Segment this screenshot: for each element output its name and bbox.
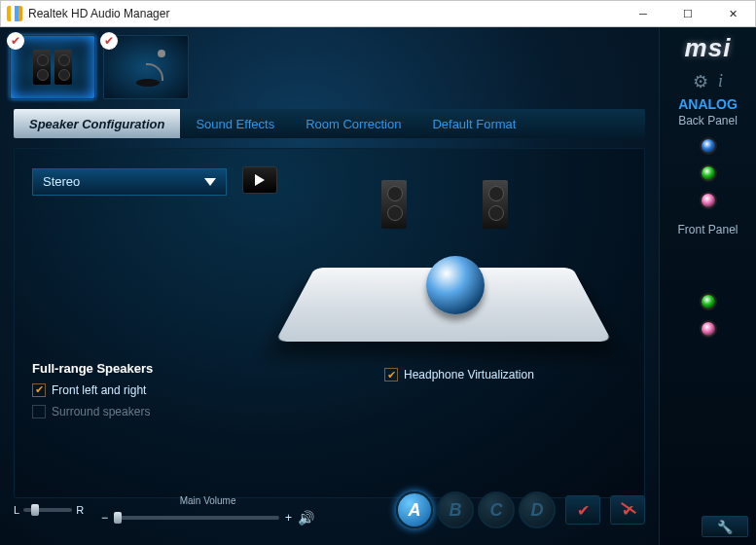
- jack-back-green[interactable]: [700, 164, 717, 182]
- listener-orb-icon: [426, 256, 485, 314]
- app-icon: [7, 6, 22, 21]
- back-panel-label: Back Panel: [660, 114, 756, 127]
- device-microphone[interactable]: ✔: [103, 35, 189, 99]
- preset-d[interactable]: D: [519, 491, 556, 528]
- device-row: ✔ ✔: [0, 27, 659, 101]
- tab-speaker-configuration[interactable]: Speaker Configuration: [14, 109, 180, 138]
- front-panel-label: Front Panel: [660, 223, 756, 236]
- tab-room-correction[interactable]: Room Correction: [290, 109, 416, 138]
- config-panel: Stereo Full-range Speakers ✔ Front left …: [14, 148, 645, 498]
- cancel-button[interactable]: ✔: [610, 495, 645, 525]
- play-icon: [255, 174, 265, 186]
- checkbox-label: Front left and right: [52, 383, 146, 397]
- checkbox-icon: ✔: [32, 383, 46, 397]
- check-icon: ✔: [7, 32, 24, 50]
- balance-right-label: R: [76, 504, 84, 516]
- preset-a[interactable]: A: [396, 491, 433, 528]
- brand-logo: msi: [660, 33, 756, 63]
- main-volume-label: Main Volume: [180, 495, 236, 506]
- wrench-icon: 🔧: [717, 520, 733, 534]
- chevron-down-icon: [204, 178, 216, 186]
- preset-row: A B C D ✔ ✔: [396, 491, 645, 528]
- test-play-button[interactable]: [242, 166, 277, 194]
- checkbox-front-lr[interactable]: ✔ Front left and right: [32, 383, 627, 397]
- side-panel: msi ⚙ i ANALOG Back Panel Front Panel 🔧: [659, 27, 756, 545]
- check-icon: ✔: [577, 501, 590, 520]
- close-button[interactable]: ✕: [710, 1, 755, 26]
- microphone-icon: [126, 46, 165, 89]
- device-speakers[interactable]: ✔: [10, 35, 95, 99]
- jack-back-blue[interactable]: [700, 137, 717, 155]
- stage-speaker-left[interactable]: [381, 180, 407, 229]
- tab-sound-effects[interactable]: Sound Effects: [180, 109, 290, 138]
- titlebar: Realtek HD Audio Manager ─ ☐ ✕: [0, 0, 756, 27]
- main-volume-slider[interactable]: [114, 516, 279, 520]
- minimize-button[interactable]: ─: [621, 1, 666, 26]
- balance-slider[interactable]: L R: [14, 504, 84, 516]
- dropdown-value: Stereo: [43, 174, 80, 189]
- checkbox-headphone-virtualization[interactable]: ✔ Headphone Virtualization: [384, 368, 534, 382]
- checkbox-label: Surround speakers: [52, 405, 150, 418]
- balance-left-label: L: [14, 504, 19, 516]
- jack-back-pink[interactable]: [700, 192, 717, 209]
- tab-default-format[interactable]: Default Format: [416, 109, 531, 138]
- preset-c[interactable]: C: [478, 491, 515, 528]
- window-title: Realtek HD Audio Manager: [28, 7, 621, 20]
- connector-settings-button[interactable]: 🔧: [702, 516, 748, 537]
- speaker-mode-dropdown[interactable]: Stereo: [32, 168, 227, 196]
- jack-front-green[interactable]: [700, 293, 717, 310]
- stage-speaker-right[interactable]: [483, 180, 508, 229]
- apply-button[interactable]: ✔: [565, 495, 600, 525]
- cancel-icon: ✔: [622, 501, 634, 520]
- preset-b[interactable]: B: [437, 491, 474, 528]
- maximize-button[interactable]: ☐: [666, 1, 710, 26]
- speaker-stage-illustration: [284, 159, 605, 373]
- speakers-icon: [33, 50, 72, 85]
- gear-icon[interactable]: ⚙: [693, 71, 708, 92]
- sound-icon[interactable]: 🔊: [298, 510, 314, 526]
- analog-label: ANALOG: [660, 96, 756, 112]
- checkbox-icon: [32, 405, 46, 418]
- info-icon[interactable]: i: [718, 71, 723, 92]
- checkbox-icon: ✔: [384, 368, 398, 382]
- tabbar: Speaker Configuration Sound Effects Room…: [14, 109, 645, 138]
- check-icon: ✔: [100, 32, 118, 50]
- volume-minus-icon[interactable]: −: [101, 511, 108, 525]
- checkbox-surround: Surround speakers: [32, 405, 627, 418]
- footer: L R Main Volume − + 🔊 A B C D ✔: [14, 483, 645, 537]
- volume-plus-icon[interactable]: +: [285, 511, 292, 525]
- jack-front-pink[interactable]: [700, 320, 717, 338]
- checkbox-label: Headphone Virtualization: [404, 368, 534, 382]
